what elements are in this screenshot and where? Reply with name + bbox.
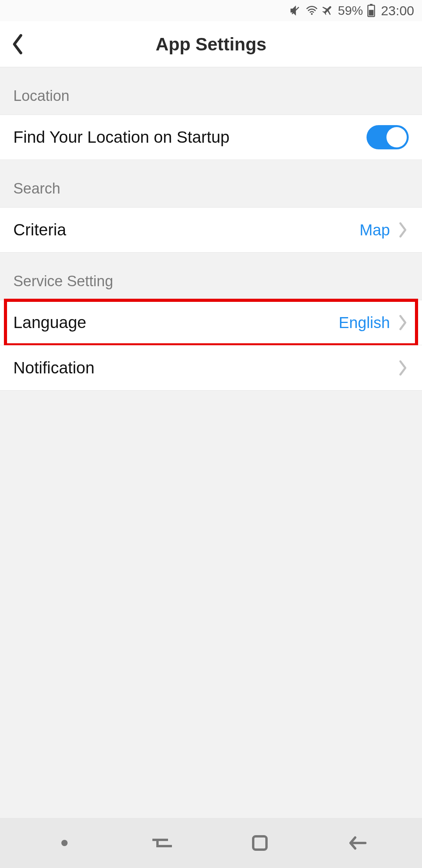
battery-icon [367,4,376,17]
row-label: Criteria [13,221,359,239]
airplane-icon [322,5,334,16]
section-header-service: Service Setting [0,253,422,300]
empty-space [0,391,422,818]
chevron-right-icon [397,359,409,377]
row-label: Language [13,313,339,332]
status-bar: 59% 23:00 [0,0,422,21]
chevron-right-icon [397,221,409,239]
wifi-icon [305,5,318,16]
toggle-knob [386,127,407,147]
row-find-location-on-startup[interactable]: Find Your Location on Startup [0,115,422,160]
back-icon [347,834,368,852]
row-value-criteria: Map [359,221,390,239]
row-criteria[interactable]: Criteria Map [0,207,422,253]
dot-icon [61,840,68,846]
svg-rect-4 [253,836,266,850]
chevron-right-icon [397,313,409,332]
home-icon [250,833,270,853]
android-nav-bar [0,818,422,868]
clock: 23:00 [381,3,414,18]
page-title: App Settings [0,34,422,55]
mute-icon [290,5,301,16]
back-button[interactable] [0,21,35,67]
svg-rect-2 [370,4,373,5]
row-notification[interactable]: Notification [0,345,422,391]
row-language[interactable]: Language English [0,300,422,345]
recents-icon [151,835,173,851]
svg-point-0 [311,13,313,15]
battery-percent: 59% [338,4,363,18]
row-value-language: English [339,314,390,332]
nav-back-button[interactable] [334,827,381,859]
nav-menu-button[interactable] [41,827,88,859]
app-bar: App Settings [0,21,422,67]
chevron-left-icon [10,33,25,55]
svg-rect-3 [369,10,374,15]
nav-home-button[interactable] [236,827,283,859]
row-label: Notification [13,359,397,377]
toggle-find-location[interactable] [367,125,409,149]
section-header-location: Location [0,67,422,115]
section-header-search: Search [0,160,422,207]
row-label: Find Your Location on Startup [13,128,367,147]
nav-recents-button[interactable] [139,827,186,859]
